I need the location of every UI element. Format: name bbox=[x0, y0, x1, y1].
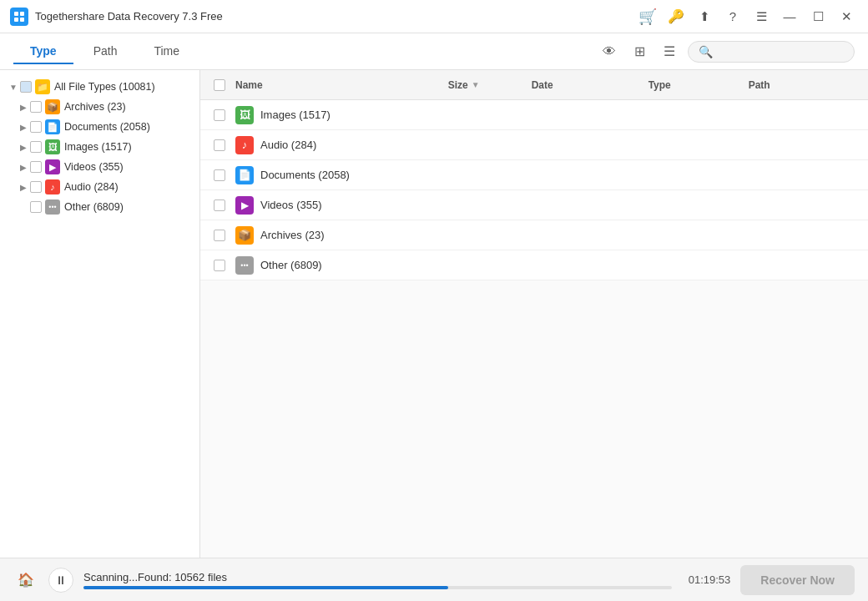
other-icon: ••• bbox=[45, 199, 60, 215]
menu-icon: ☰ bbox=[756, 9, 767, 24]
row-icon-other: ••• bbox=[235, 256, 254, 275]
home-button[interactable]: 🏠 bbox=[13, 568, 38, 593]
row-checkbox-archives[interactable] bbox=[214, 230, 225, 241]
sidebar-label-documents: Documents (2058) bbox=[64, 121, 150, 133]
file-row-audio[interactable]: ♪ Audio (284) bbox=[200, 130, 868, 160]
row-icon-images: 🖼 bbox=[235, 106, 254, 124]
share-icon: ⬆ bbox=[699, 9, 710, 24]
maximize-button[interactable]: ☐ bbox=[806, 5, 830, 28]
pause-button[interactable]: ⏸ bbox=[48, 568, 73, 593]
detail-icon: ☰ bbox=[664, 43, 675, 59]
tab-time[interactable]: Time bbox=[137, 39, 196, 64]
sidebar-item-audio[interactable]: ▶ ♪ Audio (284) bbox=[0, 177, 199, 197]
file-row-archives[interactable]: 📦 Archives (23) bbox=[200, 220, 868, 250]
row-checkbox-audio[interactable] bbox=[214, 139, 225, 151]
progress-bar bbox=[83, 586, 672, 589]
main-content: ▼ 📁 All File Types (10081) ▶ 📦 Archives … bbox=[0, 70, 868, 558]
col-header-date[interactable]: Date bbox=[532, 79, 648, 91]
scan-time: 01:19:53 bbox=[689, 573, 731, 586]
col-header-path[interactable]: Path bbox=[749, 79, 855, 91]
checkbox-all[interactable] bbox=[20, 81, 32, 93]
sort-arrow-icon: ▼ bbox=[472, 80, 480, 89]
sidebar-item-all[interactable]: ▼ 📁 All File Types (10081) bbox=[0, 77, 199, 97]
sidebar-label-other: Other (6809) bbox=[64, 201, 124, 213]
sidebar-label-archives: Archives (23) bbox=[64, 101, 126, 113]
file-area: Name Size ▼ Date Type Path 🖼 Images (151… bbox=[200, 70, 868, 558]
row-checkbox-documents[interactable] bbox=[214, 169, 225, 181]
minimize-button[interactable]: — bbox=[778, 5, 801, 28]
key-button[interactable]: 🔑 bbox=[664, 5, 688, 28]
file-row-images[interactable]: 🖼 Images (1517) bbox=[200, 100, 868, 130]
svg-rect-2 bbox=[14, 18, 18, 22]
file-row-other[interactable]: ••• Other (6809) bbox=[200, 250, 868, 280]
home-icon: 🏠 bbox=[18, 572, 34, 588]
title-bar-actions: 🛒 🔑 ⬆ ? ☰ — ☐ ✕ bbox=[636, 5, 858, 28]
archives-icon: 📦 bbox=[45, 99, 60, 114]
audio-icon: ♪ bbox=[45, 179, 60, 194]
search-input[interactable] bbox=[718, 45, 844, 58]
svg-rect-3 bbox=[20, 18, 24, 22]
col-header-name[interactable]: Name bbox=[235, 79, 448, 91]
app-title: Togethershare Data Recovery 7.3 Free bbox=[35, 10, 636, 23]
checkbox-other[interactable] bbox=[30, 201, 42, 213]
checkbox-archives[interactable] bbox=[30, 101, 42, 113]
tab-bar: Type Path Time 👁 ⊞ ☰ 🔍 bbox=[0, 33, 868, 70]
expand-icon-videos[interactable]: ▶ bbox=[17, 160, 30, 174]
images-icon: 🖼 bbox=[45, 139, 60, 154]
recover-now-button[interactable]: Recover Now bbox=[740, 565, 855, 595]
col-header-type[interactable]: Type bbox=[648, 79, 749, 91]
checkbox-images[interactable] bbox=[30, 141, 42, 153]
svg-rect-0 bbox=[14, 12, 18, 16]
row-icon-archives: 📦 bbox=[235, 226, 254, 245]
help-icon: ? bbox=[729, 9, 736, 23]
tab-bar-right: 👁 ⊞ ☰ 🔍 bbox=[598, 40, 855, 63]
key-icon: 🔑 bbox=[668, 8, 684, 24]
sidebar: ▼ 📁 All File Types (10081) ▶ 📦 Archives … bbox=[0, 70, 200, 558]
expand-icon-audio[interactable]: ▶ bbox=[17, 180, 30, 194]
search-box[interactable]: 🔍 bbox=[688, 41, 855, 63]
row-icon-documents: 📄 bbox=[235, 166, 254, 184]
sidebar-item-videos[interactable]: ▶ ▶ Videos (355) bbox=[0, 157, 199, 177]
tab-type[interactable]: Type bbox=[13, 39, 73, 64]
checkbox-documents[interactable] bbox=[30, 121, 42, 133]
sidebar-item-documents[interactable]: ▶ 📄 Documents (2058) bbox=[0, 117, 199, 137]
detail-view-button[interactable]: ☰ bbox=[658, 40, 681, 63]
tab-group: Type Path Time bbox=[13, 39, 196, 64]
file-row-documents[interactable]: 📄 Documents (2058) bbox=[200, 160, 868, 190]
checkbox-audio[interactable] bbox=[30, 181, 42, 193]
row-name-videos: Videos (355) bbox=[260, 199, 457, 211]
videos-icon: ▶ bbox=[45, 159, 60, 174]
sidebar-item-other[interactable]: ▶ ••• Other (6809) bbox=[0, 197, 199, 217]
row-icon-audio: ♪ bbox=[235, 136, 254, 154]
row-name-audio: Audio (284) bbox=[260, 139, 457, 151]
expand-icon-all[interactable]: ▼ bbox=[7, 80, 20, 93]
eye-icon: 👁 bbox=[603, 44, 616, 59]
menu-button[interactable]: ☰ bbox=[749, 5, 773, 28]
expand-icon-images[interactable]: ▶ bbox=[17, 140, 30, 154]
documents-icon: 📄 bbox=[45, 119, 60, 134]
close-icon: ✕ bbox=[841, 9, 852, 24]
sidebar-label-audio: Audio (284) bbox=[64, 181, 119, 193]
app-icon bbox=[10, 8, 28, 26]
share-button[interactable]: ⬆ bbox=[693, 5, 716, 28]
cart-icon: 🛒 bbox=[638, 8, 657, 26]
sidebar-label-images: Images (1517) bbox=[64, 141, 132, 153]
header-checkbox[interactable] bbox=[214, 79, 225, 91]
row-checkbox-images[interactable] bbox=[214, 109, 225, 121]
pause-icon: ⏸ bbox=[55, 573, 67, 587]
grid-view-button[interactable]: ⊞ bbox=[628, 40, 651, 63]
expand-icon-archives[interactable]: ▶ bbox=[17, 100, 30, 114]
close-button[interactable]: ✕ bbox=[835, 5, 858, 28]
row-checkbox-videos[interactable] bbox=[214, 199, 225, 211]
help-button[interactable]: ? bbox=[721, 5, 744, 28]
cart-button[interactable]: 🛒 bbox=[636, 5, 659, 28]
checkbox-videos[interactable] bbox=[30, 161, 42, 173]
row-checkbox-other[interactable] bbox=[214, 260, 225, 271]
expand-icon-documents[interactable]: ▶ bbox=[17, 120, 30, 134]
tab-path[interactable]: Path bbox=[77, 39, 134, 64]
sidebar-item-images[interactable]: ▶ 🖼 Images (1517) bbox=[0, 137, 199, 157]
file-row-videos[interactable]: ▶ Videos (355) bbox=[200, 190, 868, 220]
sidebar-item-archives[interactable]: ▶ 📦 Archives (23) bbox=[0, 97, 199, 117]
list-view-button[interactable]: 👁 bbox=[598, 40, 621, 63]
col-header-size[interactable]: Size ▼ bbox=[448, 79, 532, 91]
